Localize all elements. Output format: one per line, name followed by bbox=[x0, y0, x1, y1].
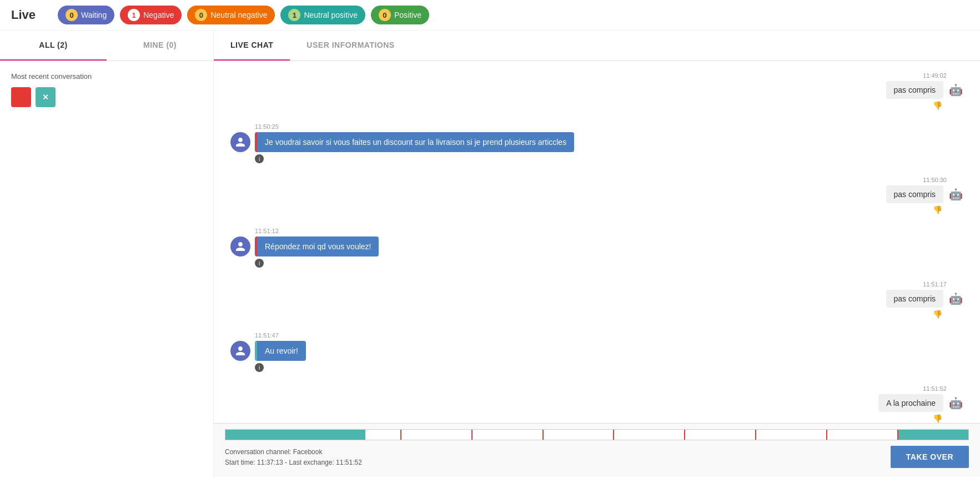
timeline-segment-white7 bbox=[756, 430, 827, 440]
bot-avatar-icon: 🤖 bbox=[948, 291, 963, 306]
message-time: 11:50:25 bbox=[255, 123, 963, 130]
bot-avatar-icon: 🤖 bbox=[948, 187, 963, 202]
message-time: 11:51:52 bbox=[230, 385, 947, 392]
list-item: 11:51:17 pas compris 🤖 👎 bbox=[230, 281, 963, 319]
main-layout: ALL (2) MINE (0) Most recent conversatio… bbox=[0, 31, 980, 477]
sidebar: ALL (2) MINE (0) Most recent conversatio… bbox=[0, 31, 214, 477]
badge-waiting[interactable]: 0 Waiting bbox=[58, 6, 114, 24]
waiting-label: Waiting bbox=[81, 11, 107, 19]
timeline-segment-green2 bbox=[898, 430, 968, 440]
bot-message: pas compris 🤖 👎 bbox=[230, 290, 963, 319]
message-bubble: pas compris bbox=[886, 81, 943, 99]
bot-row: pas compris 🤖 bbox=[886, 185, 963, 203]
list-item: 11:51:12 Répondez moi qd vous voulez! i bbox=[230, 228, 963, 268]
badge-positive[interactable]: 0 Positive bbox=[371, 6, 429, 24]
list-item: 11:49:02 pas compris 🤖 👎 bbox=[230, 72, 963, 110]
color-buttons: ✕ bbox=[11, 87, 202, 107]
bot-message: pas compris 🤖 👎 bbox=[230, 81, 963, 110]
message-bubble: A la prochaine bbox=[878, 394, 943, 412]
message-time: 11:51:47 bbox=[255, 332, 963, 339]
timeline-segment-white bbox=[365, 430, 401, 440]
footer-row: Conversation channel: Facebook Start tim… bbox=[225, 446, 969, 468]
message-time: 11:51:12 bbox=[255, 228, 963, 234]
header: Live 0 Waiting 1 Negative 0 Neutral nega… bbox=[0, 0, 980, 31]
thumbdown-icon[interactable]: 👎 bbox=[933, 414, 942, 423]
timeline-segment-white3 bbox=[473, 430, 544, 440]
list-item: 11:50:25 Je voudrai savoir si vous faite… bbox=[230, 123, 963, 163]
chat-footer: Conversation channel: Facebook Start tim… bbox=[214, 423, 980, 477]
bot-avatar-icon: 🤖 bbox=[948, 82, 963, 98]
bot-row: A la prochaine 🤖 bbox=[878, 394, 963, 412]
tab-mine[interactable]: MINE (0) bbox=[107, 31, 213, 61]
badge-negative[interactable]: 1 Negative bbox=[120, 6, 182, 24]
info-icon[interactable]: i bbox=[255, 154, 264, 163]
chat-tabs: LIVE CHAT USER INFORMATIONS bbox=[214, 31, 980, 61]
message-bubble: Je voudrai savoir si vous faites un disc… bbox=[255, 132, 574, 152]
message-bubble: Répondez moi qd vous voulez! bbox=[255, 237, 379, 256]
message-bubble: pas compris bbox=[886, 290, 943, 308]
timeline-segment-white4 bbox=[544, 430, 615, 440]
tab-live-chat[interactable]: LIVE CHAT bbox=[214, 31, 290, 61]
info-icon[interactable]: i bbox=[255, 259, 264, 268]
info-icon[interactable]: i bbox=[255, 363, 264, 372]
message-bubble: Au revoir! bbox=[255, 341, 306, 361]
positive-label: Positive bbox=[394, 11, 421, 19]
user-message: Au revoir! i bbox=[230, 341, 963, 372]
bot-message: pas compris 🤖 👎 bbox=[230, 185, 963, 214]
thumbdown-icon[interactable]: 👎 bbox=[933, 310, 942, 319]
negative-label: Negative bbox=[143, 11, 174, 19]
footer-info: Conversation channel: Facebook Start tim… bbox=[225, 447, 362, 468]
badge-neutral-positive[interactable]: 1 Neutral positive bbox=[280, 6, 365, 24]
message-time: 11:50:30 bbox=[230, 177, 947, 183]
bot-row: pas compris 🤖 bbox=[886, 81, 963, 99]
user-avatar bbox=[230, 341, 250, 361]
sidebar-tabs: ALL (2) MINE (0) bbox=[0, 31, 213, 61]
chat-area: LIVE CHAT USER INFORMATIONS 11:49:02 pas… bbox=[214, 31, 980, 477]
take-over-button[interactable]: TAKE OVER bbox=[891, 446, 969, 468]
timeline-segment-white5 bbox=[614, 430, 685, 440]
bot-row: pas compris 🤖 bbox=[886, 290, 963, 308]
message-content: Je voudrai savoir si vous faites un disc… bbox=[255, 132, 574, 163]
bot-avatar-icon: 🤖 bbox=[948, 395, 963, 411]
user-avatar bbox=[230, 237, 250, 256]
badge-bar: 0 Waiting 1 Negative 0 Neutral negative … bbox=[58, 6, 429, 24]
list-item: 11:51:52 A la prochaine 🤖 👎 bbox=[230, 385, 963, 423]
start-time-label: Start time: 11:37:13 - Last exchange: 11… bbox=[225, 457, 362, 468]
close-color-button[interactable]: ✕ bbox=[36, 87, 56, 107]
timeline-segment-white8 bbox=[827, 430, 898, 440]
user-avatar bbox=[230, 132, 250, 152]
bot-message: A la prochaine 🤖 👎 bbox=[230, 394, 963, 423]
list-item: 11:50:30 pas compris 🤖 👎 bbox=[230, 177, 963, 214]
message-time: 11:49:02 bbox=[230, 72, 947, 79]
tab-all[interactable]: ALL (2) bbox=[0, 31, 107, 61]
message-content: Au revoir! i bbox=[255, 341, 306, 372]
list-item: 11:51:47 Au revoir! i bbox=[230, 332, 963, 372]
red-color-button[interactable] bbox=[11, 87, 31, 107]
user-message: Répondez moi qd vous voulez! i bbox=[230, 237, 963, 268]
message-bubble: pas compris bbox=[886, 185, 943, 203]
user-message: Je voudrai savoir si vous faites un disc… bbox=[230, 132, 963, 163]
thumbdown-icon[interactable]: 👎 bbox=[933, 205, 942, 214]
negative-count: 1 bbox=[128, 9, 140, 21]
message-time: 11:51:17 bbox=[230, 281, 947, 288]
sidebar-section-label: Most recent conversation bbox=[11, 72, 202, 80]
positive-count: 0 bbox=[379, 9, 391, 21]
neutral-positive-label: Neutral positive bbox=[304, 11, 358, 19]
chat-messages: 11:49:02 pas compris 🤖 👎 11:50:25 bbox=[214, 61, 980, 423]
thumbdown-icon[interactable]: 👎 bbox=[933, 101, 942, 110]
timeline-segment-white6 bbox=[685, 430, 756, 440]
page-title: Live bbox=[11, 8, 36, 22]
timeline-bar bbox=[225, 429, 969, 440]
neutral-negative-count: 0 bbox=[195, 9, 207, 21]
timeline-segment-green bbox=[225, 430, 365, 440]
message-content: Répondez moi qd vous voulez! i bbox=[255, 237, 379, 268]
waiting-count: 0 bbox=[66, 9, 78, 21]
badge-neutral-negative[interactable]: 0 Neutral negative bbox=[187, 6, 275, 24]
timeline-segment-white2 bbox=[401, 430, 473, 440]
channel-label: Conversation channel: Facebook bbox=[225, 447, 362, 457]
neutral-negative-label: Neutral negative bbox=[210, 11, 267, 19]
tab-user-info[interactable]: USER INFORMATIONS bbox=[290, 31, 411, 61]
close-icon: ✕ bbox=[42, 93, 49, 102]
neutral-positive-count: 1 bbox=[288, 9, 300, 21]
sidebar-content: Most recent conversation ✕ bbox=[0, 61, 213, 477]
